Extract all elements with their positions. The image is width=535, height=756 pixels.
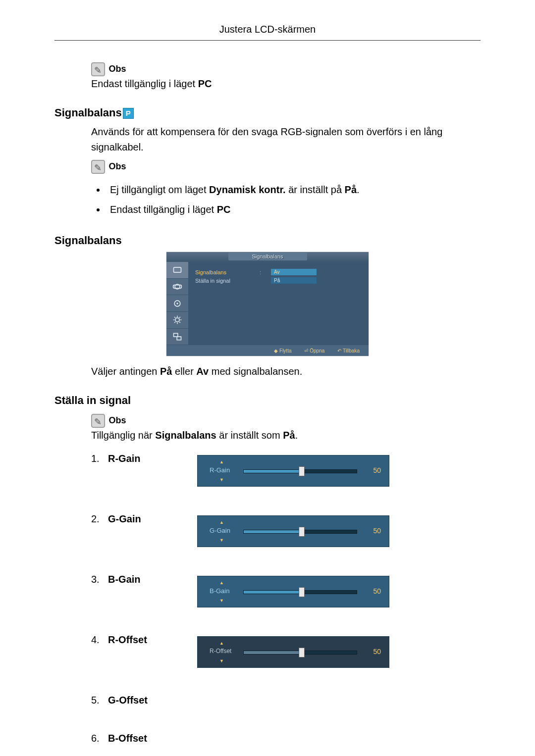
item-name: B-Offset	[108, 733, 147, 744]
osd-tab-setup-icon	[166, 312, 188, 329]
bullet-item: Ej tillgängligt om läget Dynamisk kontr.…	[106, 180, 481, 200]
text: eller	[172, 366, 196, 377]
note-icon	[91, 414, 105, 428]
item-name: B-Gain	[108, 574, 177, 585]
svg-rect-6	[174, 333, 178, 337]
osd-row-label: Signalbalans	[195, 269, 250, 275]
text-bold: Dynamisk kontr.	[209, 184, 286, 195]
arrow-up-icon: ▲	[219, 459, 224, 464]
note-text-1: Endast tillgänglig i läget PC	[91, 76, 481, 92]
note-icon	[91, 160, 105, 174]
svg-point-5	[175, 318, 179, 322]
slider-handle	[299, 466, 305, 476]
arrow-up-icon: ▲	[219, 580, 224, 585]
text: Ej tillgängligt om läget	[110, 184, 209, 195]
slider-value: 50	[373, 466, 381, 474]
arrow-up-icon: ▲	[219, 520, 224, 525]
section2-intro: Används för att kompensera för den svaga…	[91, 124, 481, 155]
osd-hint-move: ◆ Flytta	[274, 348, 291, 353]
svg-rect-0	[174, 267, 181, 272]
list-item: 2.G-Gain▲▼G-Gain50	[91, 513, 481, 547]
osd-titlebar: Signalbalans	[166, 252, 369, 262]
arrow-down-icon: ▼	[219, 598, 224, 603]
note-icon	[91, 62, 105, 76]
text: Tillgänglig när	[91, 430, 155, 441]
osd-option-pa: På	[271, 277, 317, 284]
svg-point-4	[176, 302, 178, 304]
note-label: Obs	[109, 416, 126, 426]
text-bold: På	[345, 184, 357, 195]
slider-handle	[299, 648, 305, 657]
osd-title: Signalbalans	[228, 252, 307, 260]
p-badge-icon: P	[123, 108, 134, 119]
section4-note: Tillgänglig när Signalbalans är inställt…	[91, 428, 481, 443]
slider-label: R-Gain	[210, 466, 230, 474]
text: Endast tillgänglig i läget	[110, 204, 217, 215]
note-label: Obs	[109, 64, 126, 74]
osd-tab-picture-icon	[166, 262, 188, 279]
osd-sidebar	[166, 262, 188, 345]
text: är inställt som	[216, 430, 283, 441]
note-block-3: Obs	[91, 412, 481, 428]
slider-handle	[299, 527, 305, 537]
osd-tab-multi-icon	[166, 329, 188, 346]
slider-handle	[299, 587, 305, 597]
arrow-down-icon: ▼	[219, 477, 224, 482]
list-item: 6.B-Offset	[91, 733, 481, 744]
osd-row-label: Ställa in signal	[195, 278, 250, 284]
svg-rect-2	[173, 285, 182, 289]
slider-label: R-Offset	[210, 648, 231, 655]
item-number: 6.	[91, 733, 108, 744]
osd-tab-input-icon	[166, 279, 188, 296]
text: .	[295, 430, 298, 441]
text: med signalbalansen.	[209, 366, 302, 377]
text-bold: På	[160, 366, 172, 377]
slider-label: B-Gain	[210, 587, 229, 595]
item-name: R-Offset	[108, 634, 177, 646]
list-item: 3.B-Gain▲▼B-Gain50	[91, 574, 481, 607]
list-item: 4.R-Offset▲▼R-Offset50	[91, 634, 481, 668]
slider-label: G-Gain	[210, 527, 230, 534]
item-name: G-Gain	[108, 513, 177, 525]
osd-tab-audio-icon	[166, 295, 188, 312]
note-block-1: Obs	[91, 60, 481, 76]
text: Endast tillgänglig i läget	[91, 78, 198, 89]
section3-caption: Väljer antingen På eller Av med signalba…	[91, 364, 481, 379]
section2-bullets: Ej tillgängligt om läget Dynamisk kontr.…	[91, 180, 481, 219]
list-item: 5.G-Offset	[91, 695, 481, 706]
text: .	[357, 184, 360, 195]
svg-rect-7	[177, 337, 181, 340]
item-number: 5.	[91, 695, 108, 706]
slider-value: 50	[373, 648, 381, 655]
arrow-up-icon: ▲	[219, 641, 224, 646]
text-bold: Signalbalans	[155, 430, 216, 441]
section-heading-signalbalans-p: SignalbalansP	[54, 106, 481, 119]
arrow-down-icon: ▼	[219, 658, 224, 663]
text: Väljer antingen	[91, 366, 160, 377]
text-bold: PC	[198, 78, 212, 89]
header-divider	[54, 40, 481, 41]
item-number: 2.	[91, 513, 108, 525]
osd-footer: ◆ Flytta ⏎ Öppna ↶ Tillbaka	[166, 345, 369, 356]
slider-value: 50	[373, 587, 381, 595]
page-header: Justera LCD-skärmen	[54, 24, 481, 35]
item-number: 4.	[91, 634, 108, 646]
slider-value: 50	[373, 527, 381, 535]
text-bold: PC	[217, 204, 231, 215]
item-number: 3.	[91, 574, 108, 585]
arrow-down-icon: ▼	[219, 538, 224, 543]
bullet-item: Endast tillgänglig i läget PC	[106, 200, 481, 219]
heading-text: Signalbalans	[54, 106, 122, 119]
slider-screenshot: ▲▼B-Gain50	[197, 576, 389, 607]
osd-option-av: Av	[271, 269, 317, 275]
text: är inställt på	[286, 184, 345, 195]
slider-screenshot: ▲▼R-Gain50	[197, 455, 389, 487]
list-item: 1.R-Gain▲▼R-Gain50	[91, 453, 481, 487]
item-name: R-Gain	[108, 453, 177, 464]
osd-hint-back: ↶ Tillbaka	[337, 348, 360, 353]
note-block-2: Obs	[91, 158, 481, 174]
gain-offset-list: 1.R-Gain▲▼R-Gain502.G-Gain▲▼G-Gain503.B-…	[91, 453, 481, 744]
osd-hint-open: ⏎ Öppna	[304, 348, 324, 353]
osd-menu-screenshot: Signalbalans Signalbalans : Av Ställa in…	[166, 252, 369, 356]
osd-body: Signalbalans : Av Ställa in signal : På	[188, 262, 369, 345]
